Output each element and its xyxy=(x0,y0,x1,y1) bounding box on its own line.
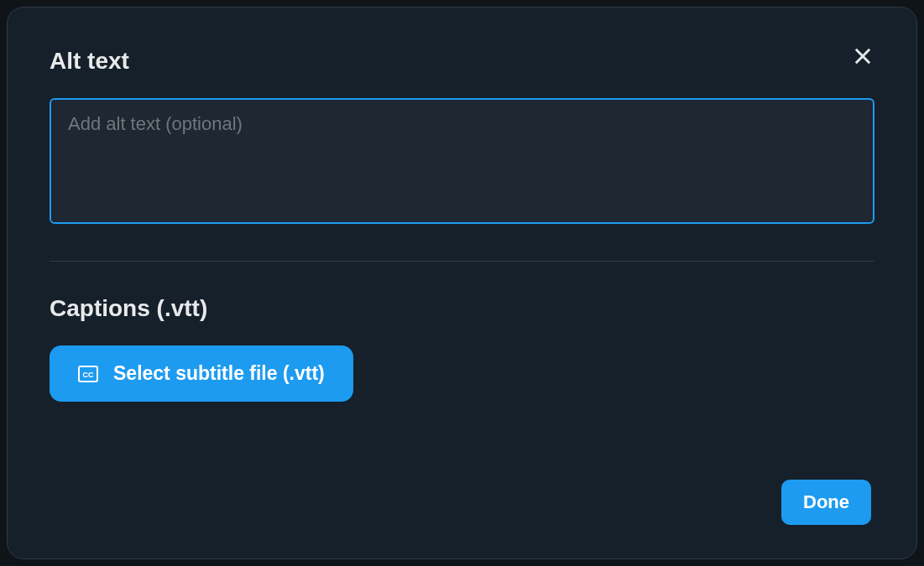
captions-title: Captions (.vtt) xyxy=(50,295,874,322)
svg-text:CC: CC xyxy=(83,371,94,379)
done-label: Done xyxy=(803,491,849,512)
divider xyxy=(50,261,874,262)
cc-icon: CC xyxy=(78,365,98,383)
select-subtitle-button[interactable]: CC Select subtitle file (.vtt) xyxy=(50,345,353,402)
done-button[interactable]: Done xyxy=(781,480,871,525)
alt-text-modal: Alt text Captions (.vtt) CC Select subti… xyxy=(7,7,917,559)
alt-text-input[interactable] xyxy=(50,98,874,224)
close-button[interactable] xyxy=(848,41,878,74)
alt-text-title: Alt text xyxy=(50,48,874,75)
close-icon xyxy=(851,44,874,70)
select-subtitle-label: Select subtitle file (.vtt) xyxy=(113,362,325,385)
